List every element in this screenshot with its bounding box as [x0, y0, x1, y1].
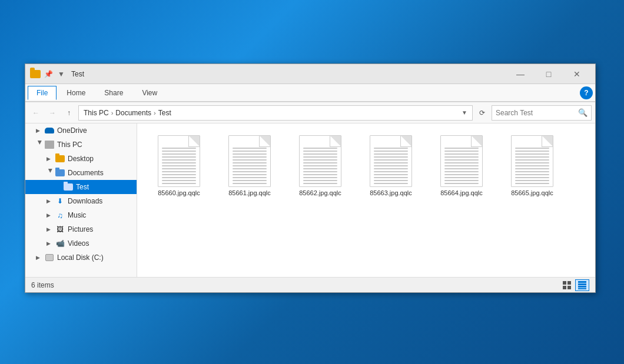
- file-item[interactable]: 85665.jpg.qqlc: [500, 133, 565, 199]
- window-controls: — □ ✕: [507, 65, 590, 84]
- breadcrumb-test: Test: [158, 109, 171, 117]
- grid-view-button[interactable]: [560, 279, 574, 291]
- sidebar-item-desktop[interactable]: ▶ Desktop: [25, 152, 137, 166]
- close-button[interactable]: ✕: [563, 65, 590, 84]
- sidebar-label-desktop: Desktop: [68, 155, 94, 163]
- file-item[interactable]: 85660.jpg.qqlc: [147, 133, 211, 199]
- sidebar-item-videos[interactable]: ▶ 📹 Videos: [25, 236, 137, 251]
- sidebar-label-test: Test: [76, 183, 89, 191]
- sidebar: ▶ OneDrive ▶ This PC ▶ Desktop: [25, 123, 137, 277]
- file-name-5: 85665.jpg.qqlc: [511, 189, 553, 196]
- file-icon-2: [299, 135, 341, 187]
- dropdown-arrow-icon: ▼: [462, 109, 467, 116]
- item-count: 6 items: [31, 281, 54, 289]
- arrow-downloads: ▶: [47, 198, 55, 204]
- content-area: 85660.jpg.qqlc 85661.jpg.qqlc: [137, 123, 595, 277]
- arrow-onedrive: ▶: [36, 128, 44, 133]
- file-item[interactable]: 85662.jpg.qqlc: [288, 133, 353, 199]
- minimize-button[interactable]: —: [507, 65, 534, 84]
- sidebar-label-downloads: Downloads: [68, 197, 102, 205]
- file-item[interactable]: 85661.jpg.qqlc: [217, 133, 282, 199]
- search-box: 🔍: [492, 105, 592, 121]
- file-icon-3: [370, 135, 412, 187]
- customize-icon: ▼: [56, 69, 67, 79]
- svg-rect-5: [578, 283, 586, 285]
- file-name-1: 85661.jpg.qqlc: [228, 189, 271, 196]
- help-button[interactable]: ?: [580, 86, 593, 99]
- sidebar-item-documents[interactable]: ▶ Documents: [25, 166, 137, 180]
- downloads-icon: ⬇: [55, 196, 65, 206]
- breadcrumb-documents: Documents: [115, 109, 151, 117]
- sidebar-item-onedrive[interactable]: ▶ OneDrive: [25, 123, 137, 138]
- sidebar-item-music[interactable]: ▶ ♫ Music: [25, 208, 137, 222]
- localdisk-icon: [44, 253, 55, 262]
- titlebar-icons: 📌 ▼: [30, 69, 67, 79]
- search-icon[interactable]: 🔍: [578, 108, 588, 117]
- thispc-icon: [44, 140, 55, 149]
- tab-share[interactable]: Share: [95, 86, 132, 100]
- sidebar-label-music: Music: [68, 211, 86, 219]
- folder-icon: [30, 69, 41, 79]
- breadcrumb-thispc: This PC: [84, 109, 109, 117]
- svg-rect-3: [567, 286, 571, 289]
- arrow-localdisk: ▶: [36, 255, 44, 261]
- sidebar-label-videos: Videos: [68, 239, 89, 248]
- sidebar-item-pictures[interactable]: ▶ 🖼 Pictures: [25, 222, 137, 236]
- desktop-folder-icon: [55, 154, 65, 163]
- tab-file[interactable]: File: [28, 86, 57, 100]
- tab-home[interactable]: Home: [58, 86, 94, 100]
- music-icon: ♫: [55, 211, 65, 220]
- breadcrumb-sep-1: ›: [111, 109, 114, 116]
- file-explorer-window: 📌 ▼ Test — □ ✕ File Home Share View ? ← …: [25, 64, 596, 293]
- window-title: Test: [71, 70, 507, 78]
- address-path[interactable]: This PC › Documents › Test ▼: [78, 105, 473, 121]
- breadcrumb-sep-2: ›: [154, 109, 156, 116]
- refresh-button[interactable]: ⟳: [475, 106, 489, 120]
- svg-rect-2: [563, 286, 566, 289]
- statusbar: 6 items: [25, 277, 595, 292]
- arrow-documents: ▶: [48, 169, 54, 177]
- sidebar-item-thispc[interactable]: ▶ This PC: [25, 138, 137, 152]
- file-name-2: 85662.jpg.qqlc: [299, 189, 341, 196]
- main-area: ▶ OneDrive ▶ This PC ▶ Desktop: [25, 123, 595, 277]
- videos-icon: 📹: [55, 239, 65, 248]
- sidebar-item-downloads[interactable]: ▶ ⬇ Downloads: [25, 194, 137, 208]
- svg-rect-0: [563, 281, 566, 285]
- file-name-3: 85663.jpg.qqlc: [370, 189, 412, 196]
- list-view-button[interactable]: [575, 279, 589, 291]
- file-name-0: 85660.jpg.qqlc: [158, 189, 200, 196]
- list-view-icon: [578, 281, 586, 289]
- grid-view-icon: [563, 281, 571, 289]
- file-item[interactable]: 85663.jpg.qqlc: [359, 133, 423, 199]
- onedrive-icon: [44, 126, 55, 135]
- search-input[interactable]: [496, 109, 576, 117]
- arrow-thispc: ▶: [37, 141, 43, 149]
- svg-rect-6: [578, 286, 586, 288]
- titlebar: 📌 ▼ Test — □ ✕: [25, 64, 595, 84]
- sidebar-label-thispc: This PC: [57, 141, 82, 149]
- sidebar-label-localdisk: Local Disk (C:): [57, 253, 104, 262]
- tab-view[interactable]: View: [133, 86, 166, 100]
- svg-rect-1: [567, 281, 571, 285]
- file-item[interactable]: 85664.jpg.qqlc: [429, 133, 494, 199]
- up-button[interactable]: ↑: [62, 106, 76, 120]
- file-icon-1: [228, 135, 271, 187]
- forward-button[interactable]: →: [45, 106, 59, 120]
- back-button[interactable]: ←: [29, 106, 43, 120]
- pin-icon: 📌: [43, 69, 54, 79]
- sidebar-item-test[interactable]: ▶ Test: [25, 180, 137, 194]
- svg-rect-7: [578, 288, 586, 289]
- documents-folder-icon: [55, 168, 65, 178]
- ribbon: File Home Share View ?: [25, 84, 595, 102]
- maximize-button[interactable]: □: [535, 65, 562, 84]
- file-icon-0: [158, 135, 200, 187]
- sidebar-label-onedrive: OneDrive: [57, 126, 87, 135]
- file-icon-4: [440, 135, 483, 187]
- test-folder-icon: [63, 182, 74, 192]
- sidebar-label-documents: Documents: [68, 169, 104, 177]
- arrow-music: ▶: [47, 212, 55, 218]
- file-icon-5: [511, 135, 553, 187]
- sidebar-item-localdisk[interactable]: ▶ Local Disk (C:): [25, 251, 137, 265]
- arrow-pictures: ▶: [47, 226, 55, 232]
- file-name-4: 85664.jpg.qqlc: [440, 189, 483, 196]
